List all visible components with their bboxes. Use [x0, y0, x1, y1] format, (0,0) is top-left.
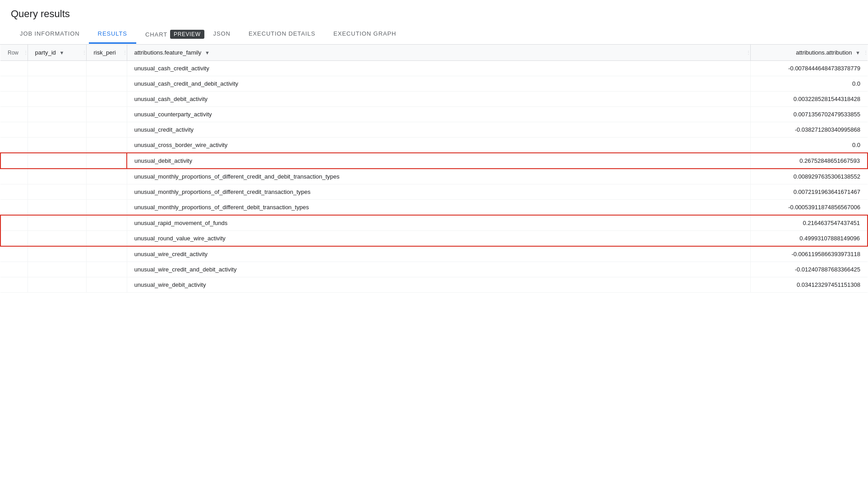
cell-attribution: -0.038271280340995868	[750, 122, 868, 138]
cell-row-number	[0, 215, 28, 231]
cell-party-id	[28, 277, 86, 293]
col-header-attribution: attributions.attribution ▼ ⋮	[750, 45, 868, 61]
cell-row-number	[0, 277, 28, 293]
cell-row-number	[0, 262, 28, 277]
cell-party-id	[28, 262, 86, 277]
cell-attribution: -0.007844464847383787​79	[750, 61, 868, 76]
table-row: unusual_monthly_proportions_of_different…	[0, 200, 868, 216]
tab-job-information[interactable]: JOB INFORMATION	[11, 25, 89, 44]
table-row: unusual_rapid_movement_of_funds0.2164637…	[0, 215, 868, 231]
cell-party-id	[28, 61, 86, 76]
col-header-feature-family: attributions.feature_family ▼ ⋮	[127, 45, 750, 61]
cell-risk-peri	[86, 122, 127, 138]
cell-attribution: 0.034123297451151308	[750, 277, 868, 293]
table-row: unusual_wire_debit_activity0.03412329745…	[0, 277, 868, 293]
table-row: unusual_monthly_proportions_of_different…	[0, 169, 868, 184]
cell-row-number	[0, 122, 28, 138]
tab-execution-details[interactable]: EXECUTION DETAILS	[240, 25, 324, 44]
sort-icon-party-id[interactable]: ▼	[59, 50, 64, 55]
cell-feature-family: unusual_counterparty_activity	[127, 107, 750, 122]
tab-chart-preview-group[interactable]: CHART PREVIEW	[136, 24, 204, 44]
cell-feature-family: unusual_credit_activity	[127, 122, 750, 138]
cell-attribution: 0.49993107888149096	[750, 231, 868, 247]
col-header-party-id: party_id ▼ ⋮	[28, 45, 86, 61]
col-header-risk-peri: risk_peri ⋮	[86, 45, 127, 61]
cell-attribution: 0.0072191963641671467	[750, 184, 868, 200]
tab-json[interactable]: JSON	[204, 25, 240, 44]
table-header-row: Row ⋮ party_id ▼ ⋮ risk_peri ⋮ attributi…	[0, 45, 868, 61]
cell-row-number	[0, 184, 28, 200]
table-container: Row ⋮ party_id ▼ ⋮ risk_peri ⋮ attributi…	[0, 45, 868, 293]
tab-execution-graph[interactable]: EXECUTION GRAPH	[324, 25, 405, 44]
cell-attribution: 0.0071356702479533855	[750, 107, 868, 122]
cell-party-id	[28, 92, 86, 107]
cell-feature-family: unusual_round_value_wire_activity	[127, 231, 750, 247]
table-row: unusual_monthly_proportions_of_different…	[0, 184, 868, 200]
cell-risk-peri	[86, 184, 127, 200]
table-row: unusual_debit_activity0.2675284865166759…	[0, 153, 868, 169]
cell-row-number	[0, 92, 28, 107]
table-row: unusual_wire_credit_activity-0.006119586…	[0, 246, 868, 262]
cell-risk-peri	[86, 262, 127, 277]
cell-attribution: -0.0061195866393973118	[750, 246, 868, 262]
cell-risk-peri	[86, 215, 127, 231]
resize-handle-party[interactable]: ⋮	[83, 49, 86, 56]
cell-risk-peri	[86, 153, 127, 169]
cell-party-id	[28, 215, 86, 231]
table-row: unusual_cross_border_wire_activity0.0	[0, 138, 868, 153]
cell-risk-peri	[86, 169, 127, 184]
cell-party-id	[28, 138, 86, 153]
table-row: unusual_round_value_wire_activity0.49993…	[0, 231, 868, 247]
resize-handle-row[interactable]: ⋮	[24, 49, 28, 56]
resize-handle-risk[interactable]: ⋮	[123, 49, 127, 56]
cell-attribution: 0.0032285281544318428	[750, 92, 868, 107]
cell-feature-family: unusual_rapid_movement_of_funds	[127, 215, 750, 231]
cell-attribution: 0.0	[750, 138, 868, 153]
cell-risk-peri	[86, 138, 127, 153]
cell-risk-peri	[86, 61, 127, 76]
tab-bar: JOB INFORMATION RESULTS CHART PREVIEW JS…	[0, 24, 868, 45]
table-row: unusual_cash_credit_activity-0.007844464…	[0, 61, 868, 76]
page-title: Query results	[0, 0, 868, 24]
resize-handle-feature[interactable]: ⋮	[747, 49, 750, 56]
cell-feature-family: unusual_debit_activity	[127, 153, 750, 169]
cell-risk-peri	[86, 246, 127, 262]
cell-row-number	[0, 138, 28, 153]
cell-party-id	[28, 169, 86, 184]
cell-party-id	[28, 231, 86, 247]
cell-party-id	[28, 200, 86, 216]
cell-feature-family: unusual_cash_debit_activity	[127, 92, 750, 107]
resize-handle-attribution[interactable]: ⋮	[864, 49, 868, 56]
cell-row-number	[0, 246, 28, 262]
col-header-row: Row ⋮	[0, 45, 28, 61]
cell-risk-peri	[86, 231, 127, 247]
sort-icon-feature-family[interactable]: ▼	[205, 50, 210, 55]
cell-risk-peri	[86, 107, 127, 122]
cell-risk-peri	[86, 200, 127, 216]
cell-party-id	[28, 122, 86, 138]
cell-feature-family: unusual_monthly_proportions_of_different…	[127, 200, 750, 216]
cell-feature-family: unusual_cross_border_wire_activity	[127, 138, 750, 153]
cell-risk-peri	[86, 76, 127, 92]
tab-chart-label[interactable]: CHART	[145, 31, 167, 38]
table-row: unusual_cash_debit_activity0.00322852815…	[0, 92, 868, 107]
cell-feature-family: unusual_wire_debit_activity	[127, 277, 750, 293]
table-row: unusual_credit_activity-0.03827128034099…	[0, 122, 868, 138]
cell-feature-family: unusual_wire_credit_and_debit_activity	[127, 262, 750, 277]
table-row: unusual_wire_credit_and_debit_activity-0…	[0, 262, 868, 277]
cell-risk-peri	[86, 92, 127, 107]
cell-attribution: -0.00053911874856567006	[750, 200, 868, 216]
cell-risk-peri	[86, 277, 127, 293]
content-area: Row ⋮ party_id ▼ ⋮ risk_peri ⋮ attributi…	[0, 45, 868, 293]
table-row: unusual_cash_credit_and_debit_activity0.…	[0, 76, 868, 92]
results-table: Row ⋮ party_id ▼ ⋮ risk_peri ⋮ attributi…	[0, 45, 868, 293]
cell-row-number	[0, 231, 28, 247]
table-body: unusual_cash_credit_activity-0.007844464…	[0, 61, 868, 293]
tab-results[interactable]: RESULTS	[89, 25, 136, 44]
cell-attribution: -0.012407887683366425	[750, 262, 868, 277]
cell-party-id	[28, 184, 86, 200]
sort-icon-attribution[interactable]: ▼	[855, 50, 860, 55]
preview-badge: PREVIEW	[170, 30, 204, 39]
cell-attribution: 0.26752848651667593	[750, 153, 868, 169]
cell-row-number	[0, 107, 28, 122]
